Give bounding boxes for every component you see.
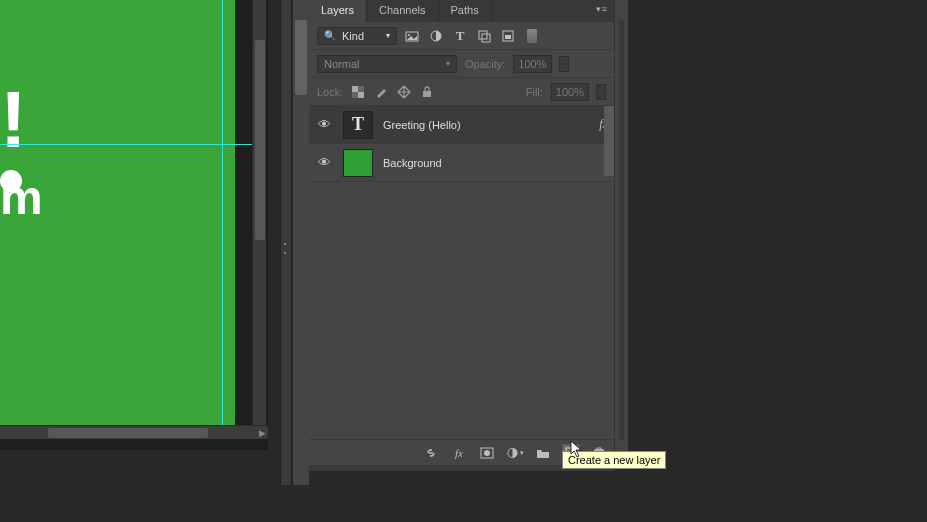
tab-paths[interactable]: Paths (439, 0, 492, 22)
layer-thumbnail-text[interactable]: T (343, 111, 373, 139)
svg-rect-6 (505, 35, 511, 39)
filter-type-icon[interactable]: T (453, 29, 467, 43)
layer-thumbnail[interactable] (343, 149, 373, 177)
svg-rect-11 (423, 91, 431, 97)
panel-divider-left[interactable] (280, 0, 292, 485)
panel-group-scrollbar[interactable] (293, 0, 309, 485)
panel-menu-icon[interactable]: ▾≡ (590, 0, 614, 22)
mouse-cursor-icon (570, 440, 586, 460)
lock-all-icon[interactable] (420, 85, 434, 99)
lock-position-icon[interactable] (397, 85, 411, 99)
filter-smart-icon[interactable] (501, 29, 515, 43)
filter-kind-select[interactable]: 🔍 Kind ▾ (317, 27, 397, 45)
canvas-horizontal-scrollbar[interactable]: ▶ (0, 425, 268, 439)
filter-toggle-switch[interactable] (527, 29, 537, 43)
opacity-label: Opacity: (465, 58, 505, 70)
canvas-vertical-scrollbar[interactable] (252, 0, 266, 425)
canvas-horizontal-scroll-thumb[interactable] (48, 428, 208, 438)
tab-channels[interactable]: Channels (367, 0, 438, 22)
horizontal-guide[interactable] (0, 144, 252, 145)
scroll-right-arrow-icon[interactable]: ▶ (259, 428, 266, 438)
adjustment-layer-icon[interactable]: ▾ (506, 444, 524, 462)
layers-list-scrollbar-thumb[interactable] (604, 106, 614, 176)
document-canvas-area: ! m ▶ (0, 0, 268, 450)
blend-mode-select[interactable]: Normal ▾ (317, 55, 457, 73)
panel-tabs: Layers Channels Paths ▾≡ (309, 0, 614, 22)
visibility-eye-icon[interactable]: 👁 (315, 155, 333, 170)
layer-row[interactable]: 👁 T Greeting (Hello) fx (309, 106, 614, 144)
layers-panel: Layers Channels Paths ▾≡ 🔍 Kind ▾ T Norm… (309, 0, 614, 465)
opacity-value-input[interactable]: 100% (513, 55, 551, 73)
layer-filter-row: 🔍 Kind ▾ T (309, 22, 614, 50)
panel-right-scroll-track (619, 20, 624, 440)
canvas-background[interactable]: ! m (0, 0, 235, 425)
dropdown-arrow-icon: ▾ (386, 31, 390, 40)
fill-value-input[interactable]: 100% (551, 83, 589, 101)
blend-mode-row: Normal ▾ Opacity: 100% (309, 50, 614, 78)
filter-shape-icon[interactable] (477, 29, 491, 43)
svg-rect-9 (358, 86, 364, 92)
filter-pixel-icon[interactable] (405, 29, 419, 43)
filter-type-icons: T (405, 29, 515, 43)
svg-rect-8 (358, 92, 364, 98)
svg-rect-10 (352, 92, 358, 98)
new-group-icon[interactable] (534, 444, 552, 462)
canvas-text-fragment-2: m (0, 170, 43, 225)
layer-row[interactable]: 👁 Background (309, 144, 614, 182)
tab-layers[interactable]: Layers (309, 0, 367, 22)
layers-list: 👁 T Greeting (Hello) fx 👁 Background (309, 106, 614, 182)
svg-point-1 (408, 34, 410, 36)
layer-name-label[interactable]: Greeting (Hello) (383, 119, 589, 131)
svg-rect-3 (479, 31, 487, 39)
link-layers-icon[interactable] (422, 444, 440, 462)
lock-brush-icon[interactable] (374, 85, 388, 99)
filter-adjustment-icon[interactable] (429, 29, 443, 43)
vertical-guide[interactable] (222, 0, 223, 425)
layer-mask-icon[interactable] (478, 444, 496, 462)
dropdown-arrow-icon: ▾ (446, 59, 450, 68)
svg-rect-4 (482, 34, 490, 42)
panel-group-scroll-thumb[interactable] (295, 20, 307, 95)
visibility-eye-icon[interactable]: 👁 (315, 117, 333, 132)
blend-mode-value: Normal (324, 58, 359, 70)
fill-slider-toggle[interactable] (596, 84, 606, 100)
filter-kind-label: Kind (342, 30, 364, 42)
svg-point-13 (484, 450, 490, 456)
search-icon: 🔍 (324, 30, 336, 41)
lock-label: Lock: (317, 86, 343, 98)
layer-name-label[interactable]: Background (383, 157, 608, 169)
fill-label: Fill: (526, 86, 543, 98)
panel-right-scrollbar[interactable] (614, 0, 628, 465)
layer-style-icon[interactable]: fx (450, 444, 468, 462)
lock-transparency-icon[interactable] (351, 85, 365, 99)
lock-row: Lock: Fill: 100% (309, 78, 614, 106)
opacity-slider-toggle[interactable] (559, 56, 569, 72)
canvas-text-fragment-1: ! (0, 80, 27, 160)
canvas-vertical-scroll-thumb[interactable] (255, 40, 265, 240)
svg-rect-7 (352, 86, 358, 92)
